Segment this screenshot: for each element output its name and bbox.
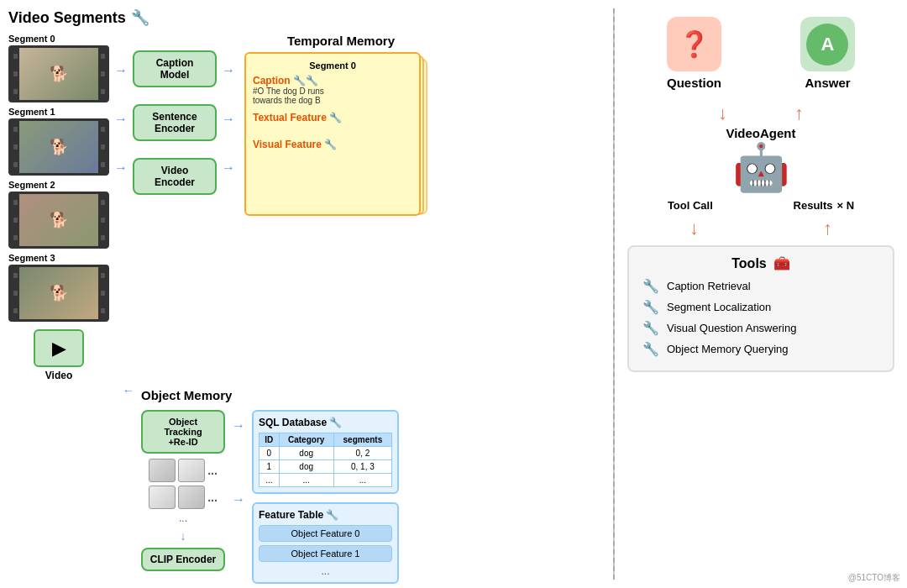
object-memory-title: Object Memory	[141, 388, 399, 402]
thumb-row-1: ...	[149, 486, 218, 509]
sql-title: SQL Database 🔧	[259, 417, 392, 428]
dots-0: ...	[207, 464, 218, 477]
sql-row-0: 0 dog 0, 2	[260, 447, 392, 460]
segment-3-item: Segment 3 🐕	[8, 253, 109, 322]
db-tables-col: SQL Database 🔧 ID Category segments	[252, 410, 399, 584]
qa-row: ❓ Question A Answer	[627, 17, 894, 90]
caption-model-box: CaptionModel	[133, 50, 217, 87]
arrow-to-sql: →	[232, 418, 245, 433]
thumb-row-0: ...	[149, 459, 218, 482]
tool-icon-vqa: 🔧	[642, 320, 660, 336]
object-memory-content: Object Memory Object Tracking+Re-ID ..	[141, 388, 399, 584]
object-feature-0: Object Feature 0	[259, 525, 392, 542]
feature-table-title: Feature Table 🔧	[259, 509, 392, 521]
sql-table: ID Category segments 0 dog 0	[259, 433, 392, 487]
segment-3-label: Segment 3	[8, 253, 109, 263]
sql-row-1: 1 dog 0, 1, 3	[260, 460, 392, 474]
sentence-encoder-label: SentenceEncoder	[152, 111, 197, 134]
object-tracking-box: Object Tracking+Re-ID	[141, 410, 225, 454]
video-encoder-box: VideoEncoder	[133, 158, 217, 195]
caption-title: Caption 🔧🔧	[253, 75, 412, 87]
arrow-to-caption: →	[222, 63, 235, 78]
visual-feature-row: Visual Feature 🔧	[253, 139, 412, 150]
arrow-a-up: ↑	[794, 102, 804, 124]
arrow-video: →	[114, 160, 128, 176]
feature-dots: ...	[259, 565, 392, 577]
arrow-result-up: ↑	[823, 218, 832, 239]
arrow-down-col: ↓	[123, 388, 136, 394]
segment-0-label: Segment 0	[8, 34, 109, 44]
segment-1-label: Segment 1	[8, 107, 109, 117]
arrows-to-encoders: → → →	[114, 34, 128, 176]
obj-thumb-0a	[149, 459, 176, 482]
sql-cell-0-seg: 0, 2	[333, 447, 391, 460]
sql-database: SQL Database 🔧 ID Category segments	[252, 410, 399, 494]
question-icon: ❓	[667, 17, 721, 71]
more-dots: ...	[149, 512, 218, 524]
tool-call-row: Tool Call Results × N	[627, 199, 894, 212]
obj-thumb-0b	[178, 459, 205, 482]
segment-2-item: Segment 2 🐕	[8, 180, 109, 249]
arrow-to-feature: →	[232, 492, 245, 507]
segment-1-item: Segment 1 🐕	[8, 107, 109, 176]
segment-3-thumb: 🐕	[8, 265, 109, 322]
video-label: Video	[45, 370, 72, 381]
temporal-memory-section: Temporal Memory Segment 0 Caption 🔧🔧 #O …	[244, 34, 438, 237]
sentence-encoder-box: SentenceEncoder	[133, 104, 217, 141]
sql-cell-1-cat: dog	[279, 460, 333, 474]
temporal-memory-title: Temporal Memory	[244, 34, 438, 48]
dots-1: ...	[207, 491, 218, 504]
arrows-to-memory: → → →	[222, 34, 235, 176]
tool-icon-caption: 🔧	[642, 278, 660, 294]
sql-row-dots: ... ... ...	[260, 474, 392, 487]
answer-icon: A	[800, 17, 855, 71]
toolbox-icon: 🧰	[773, 255, 790, 271]
segment-2-thumb: 🐕	[8, 192, 109, 249]
textual-feature-row: Textual Feature 🔧	[253, 112, 412, 123]
panel-divider	[613, 8, 615, 580]
double-arrows: ↓ ↑	[627, 218, 894, 239]
tool-icon-segment: 🔧	[642, 299, 660, 315]
video-icon: ▶	[34, 329, 84, 367]
arrow-to-visual: →	[222, 160, 235, 176]
tool-label-vqa: Visual Question Answering	[667, 322, 796, 334]
video-encoder-label: VideoEncoder	[155, 165, 195, 188]
object-thumbnails: ... ... ...	[149, 459, 218, 524]
agent-row: VideoAgent 🤖	[627, 126, 894, 191]
sql-cell-0-id: 0	[260, 447, 280, 460]
tool-segment-localization: 🔧 Segment Localization	[642, 299, 880, 315]
segment-2-label: Segment 2	[8, 180, 109, 190]
left-panel: Video Segments 🔧 Segment 0 🐕	[8, 8, 605, 580]
encoders-column: CaptionModel SentenceEncoder VideoEncode…	[133, 34, 217, 195]
tracking-col: Object Tracking+Re-ID ...	[141, 410, 225, 571]
sql-cell-1-id: 1	[260, 460, 280, 474]
clip-encoder-label: CLIP Encoder	[150, 554, 216, 565]
object-feature-1: Object Feature 1	[259, 545, 392, 562]
arrow-q-down: ↓	[718, 102, 727, 124]
results-label: Results	[794, 199, 833, 212]
results-group: Results × N	[794, 199, 855, 212]
tool-call-label: Tool Call	[668, 199, 713, 212]
memory-card-front: Segment 0 Caption 🔧🔧 #O The dog D runsto…	[244, 52, 421, 216]
sql-cell-0-cat: dog	[279, 447, 333, 460]
answer-box: A Answer	[800, 17, 855, 90]
sql-col-id: ID	[260, 433, 280, 447]
caption-text: #O The dog D runstowards the dog B	[253, 87, 412, 105]
left-title: Video Segments 🔧	[8, 8, 605, 27]
tracking-arrows: → →	[232, 410, 245, 507]
sql-cell-dots-id: ...	[260, 474, 280, 487]
robot-icon: 🤖	[732, 144, 790, 191]
segment-1-thumb: 🐕	[8, 118, 109, 176]
times-n: × N	[837, 199, 855, 212]
segment-0-item: Segment 0 🐕	[8, 34, 109, 102]
tools-box: Tools 🧰 🔧 Caption Retrieval 🔧 Segment Lo…	[627, 245, 894, 372]
arrows-qa-to-agent: ↓ ↑	[627, 102, 894, 124]
caption-row: Caption 🔧🔧 #O The dog D runstowards the …	[253, 75, 412, 105]
tools-title: Tools 🧰	[642, 255, 880, 271]
obj-thumb-1a	[149, 486, 176, 509]
wrench-icon: 🔧	[131, 8, 149, 27]
caption-model-label: CaptionModel	[156, 57, 194, 81]
watermark: @51CTO博客	[848, 572, 900, 584]
question-label: Question	[667, 76, 721, 90]
question-box: ❓ Question	[667, 17, 721, 90]
